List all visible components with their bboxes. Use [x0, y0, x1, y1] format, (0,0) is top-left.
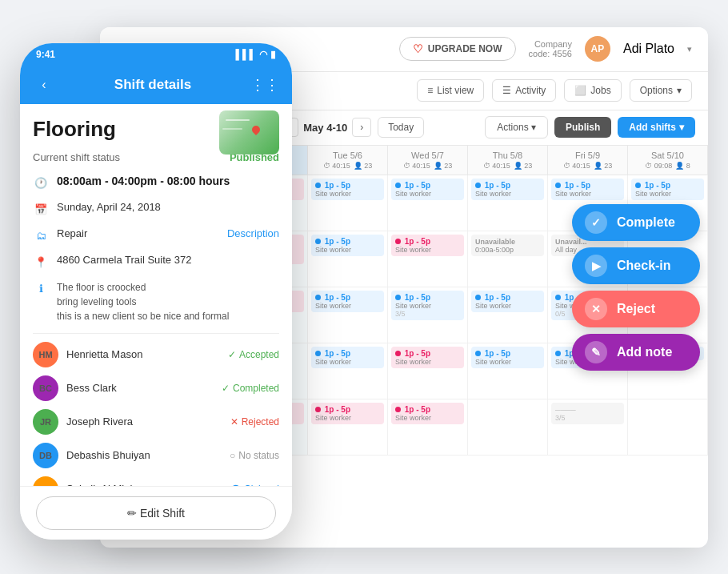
- cell-tue-4: 1p - 5p Site worker: [308, 343, 388, 399]
- date-row: 📅 Sunday, April 24, 2018: [33, 201, 279, 218]
- chevron-down-icon: ▾: [679, 122, 684, 133]
- checkin-button[interactable]: ▶ Check-in: [572, 247, 700, 284]
- day-header-thu: Thu 5/8 ⏱ 40:15 👤 23: [468, 146, 548, 175]
- cell-wed-1: 1p - 5p Site worker: [388, 175, 468, 231]
- cell-thu-1: 1p - 5p Site worker: [468, 175, 548, 231]
- shift-block[interactable]: 1p - 5p Site worker: [391, 403, 464, 424]
- play-icon: ▶: [585, 255, 607, 277]
- battery-icon: ▮: [270, 49, 276, 60]
- date-range: May 4-10: [303, 122, 347, 134]
- map-pin: [250, 124, 262, 135]
- shift-block[interactable]: 1p - 5p Site worker: [311, 403, 384, 424]
- clock-icon: 🕐: [33, 175, 49, 191]
- shift-block[interactable]: 1p - 5p Site worker: [311, 291, 384, 312]
- company-info: Company code: 4556: [529, 39, 572, 58]
- heart-icon: ♡: [413, 42, 423, 55]
- cell-tue-3: 1p - 5p Site worker: [308, 287, 388, 343]
- shift-block[interactable]: 1p - 5p Site worker: [631, 179, 704, 200]
- shift-block[interactable]: 1p - 5p Site worker 3/5: [391, 291, 464, 320]
- time-display: 9:41: [36, 49, 55, 60]
- jobs-icon: ⬜: [574, 85, 586, 96]
- job-row: 🗂 Repair Description: [33, 227, 279, 244]
- jobs-button[interactable]: ⬜ Jobs: [564, 79, 621, 102]
- action-buttons-panel: ✓ Complete ▶ Check-in ✕ Reject ✎ Add not…: [572, 204, 700, 371]
- check-icon: ✓: [228, 349, 236, 360]
- cell-wed-3: 1p - 5p Site worker 3/5: [388, 287, 468, 343]
- day-header-wed: Wed 5/7 ⏱ 40:15 👤 23: [388, 146, 468, 175]
- day-header-fri: Fri 5/9 ⏱ 40:15 👤 23: [548, 146, 628, 175]
- shift-block[interactable]: 1p - 5p Site worker: [311, 179, 384, 200]
- list-view-button[interactable]: ≡ List view: [417, 79, 484, 102]
- signal-icon: ▌▌▌: [235, 49, 256, 60]
- shift-block[interactable]: 1p - 5p Site worker: [551, 179, 624, 200]
- divider: [33, 333, 279, 334]
- status-badge: ✓ Accepted: [228, 349, 279, 360]
- cell-thu-4: 1p - 5p Site worker: [468, 343, 548, 399]
- options-button[interactable]: Options ▾: [630, 79, 692, 102]
- menu-button[interactable]: ⋮⋮: [250, 76, 279, 94]
- avatar: DB: [33, 443, 58, 468]
- upgrade-button[interactable]: ♡ UPGRADE NOW: [399, 37, 516, 61]
- status-badge: ✕ Rejected: [230, 416, 279, 427]
- avatar: JR: [33, 409, 58, 435]
- avatar: AP: [585, 36, 610, 62]
- edit-shift-button[interactable]: ✏ Edit Shift: [36, 496, 276, 530]
- add-note-button[interactable]: ✎ Add note: [572, 334, 700, 371]
- shift-block[interactable]: 1p - 5p Site worker: [471, 347, 544, 368]
- calendar-nav: ‹ May 4-10 ›: [279, 118, 371, 137]
- notes-row: ℹ The floor is croockedbring leveling to…: [33, 280, 279, 323]
- activity-icon: ☰: [502, 85, 511, 96]
- shift-block[interactable]: 1p - 5p Site worker: [471, 179, 544, 200]
- today-button[interactable]: Today: [378, 117, 424, 138]
- info-icon: ℹ: [33, 281, 49, 297]
- complete-button[interactable]: ✓ Complete: [572, 204, 700, 241]
- wifi-icon: ◠: [259, 49, 267, 60]
- check-icon: ✓: [585, 211, 607, 234]
- shift-block[interactable]: 1p - 5p Site worker: [311, 347, 384, 368]
- cell-wed-4: 1p - 5p Site worker: [388, 343, 468, 399]
- map-thumbnail: [219, 110, 279, 155]
- shift-block[interactable]: 1p - 5p Site worker: [391, 235, 464, 256]
- admin-name: Adi Plato: [623, 42, 674, 56]
- cell-fri-5: ──── 3/5: [548, 399, 628, 455]
- shift-block[interactable]: 1p - 5p Site worker: [391, 179, 464, 200]
- add-shifts-button[interactable]: Add shifts ▾: [618, 117, 695, 138]
- back-button[interactable]: ‹: [33, 74, 55, 96]
- chevron-down-icon[interactable]: ▾: [687, 44, 692, 54]
- workers-list: HM Henrietta Mason ✓ Accepted BC Bess Cl…: [33, 342, 279, 495]
- shift-block[interactable]: 1p - 5p Site worker: [391, 347, 464, 368]
- activity-button[interactable]: ☰ Activity: [492, 79, 556, 102]
- cell-thu-3: 1p - 5p Site worker: [468, 287, 548, 343]
- day-header-tue: Tue 5/6 ⏱ 40:15 👤 23: [308, 146, 388, 175]
- publish-button[interactable]: Publish: [554, 117, 611, 138]
- shift-block[interactable]: 1p - 5p Site worker: [311, 235, 384, 256]
- reject-button[interactable]: ✕ Reject: [572, 291, 700, 327]
- avatar: HM: [33, 342, 58, 367]
- worker-row: JR Joseph Rivera ✕ Rejected: [33, 409, 279, 435]
- worker-row: HM Henrietta Mason ✓ Accepted: [33, 342, 279, 367]
- description-link[interactable]: Description: [227, 227, 279, 239]
- x-icon: ✕: [230, 416, 238, 427]
- worker-row: BC Bess Clark ✓ Completed: [33, 375, 279, 401]
- day-header-sat: Sat 5/10 ⏱ 09:08 👤 8: [628, 146, 708, 175]
- shift-block-unavailable[interactable]: Unavailable 0:00a-5:00p: [471, 235, 544, 256]
- cell-tue-5: 1p - 5p Site worker: [308, 399, 388, 455]
- status-badge: ○ No status: [230, 450, 279, 461]
- actions-button[interactable]: Actions ▾: [485, 116, 548, 138]
- shift-block[interactable]: ──── 3/5: [551, 403, 624, 424]
- chevron-down-icon: ▾: [677, 85, 682, 96]
- cell-tue-1: 1p - 5p Site worker: [308, 175, 388, 231]
- back-icon: ‹: [42, 78, 46, 92]
- cell-tue-2: 1p - 5p Site worker: [308, 231, 388, 287]
- mobile-phone: 9:41 ▌▌▌ ◠ ▮ ‹ Shift details ⋮⋮ Flooring: [20, 43, 292, 540]
- calendar-icon: 📅: [33, 202, 49, 218]
- list-icon: ≡: [427, 85, 433, 96]
- avatar: BC: [33, 375, 58, 401]
- status-icons: ▌▌▌ ◠ ▮: [235, 49, 276, 60]
- shift-block[interactable]: 1p - 5p Site worker: [471, 291, 544, 312]
- note-icon: ✎: [585, 341, 607, 363]
- phone-header: ‹ Shift details ⋮⋮: [20, 66, 292, 104]
- next-arrow[interactable]: ›: [352, 118, 371, 137]
- screen-title: Shift details: [114, 77, 191, 93]
- cell-thu-2: Unavailable 0:00a-5:00p: [468, 231, 548, 287]
